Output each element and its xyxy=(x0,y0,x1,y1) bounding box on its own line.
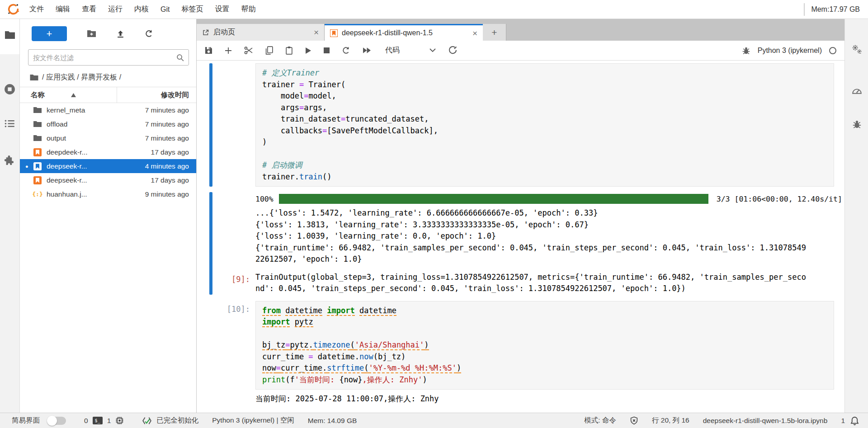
file-modified: 9 minutes ago xyxy=(121,190,189,198)
debugger-icon[interactable] xyxy=(742,46,750,55)
table-of-contents-icon[interactable] xyxy=(0,119,19,128)
code-line: curr_time = datetime.now(bj_tz) xyxy=(262,351,830,363)
output-collapser[interactable] xyxy=(209,192,212,295)
search-icon xyxy=(176,54,184,61)
cell-type-dropdown[interactable]: 代码 xyxy=(385,46,436,55)
menu-item[interactable]: 标签页 xyxy=(175,5,209,14)
cursor-position[interactable]: 行 20, 列 16 xyxy=(652,416,689,425)
menu-item[interactable]: 运行 xyxy=(102,5,128,14)
simple-ui-toggle[interactable] xyxy=(48,417,66,425)
notebook-area[interactable]: # 定义Trainertrainer = Trainer( model=mode… xyxy=(197,61,844,413)
notebook-icon xyxy=(33,162,42,170)
breadcrumb-path[interactable]: / 应用实践 / 昇腾开发板 / xyxy=(42,73,121,82)
tab-label[interactable]: 启动页 xyxy=(213,28,309,37)
tab-label[interactable]: deepseek-r1-distill-qwen-1.5 xyxy=(342,29,467,37)
bell-icon[interactable] xyxy=(850,416,859,425)
cell-trainer-output: [9]: 100% 3/3 [01:06<00:00, 12.40s/it] .… xyxy=(197,192,844,295)
file-row[interactable]: offload7 minutes ago xyxy=(20,117,196,131)
menu-item[interactable]: 帮助 xyxy=(235,5,261,14)
git-status[interactable]: 已完全初始化 xyxy=(142,416,198,425)
sessions-indicator[interactable]: 0 $_ 1 xyxy=(84,416,124,425)
cell-a-editor[interactable]: # 定义Trainertrainer = Trainer( model=mode… xyxy=(255,63,834,187)
memory-indicator-top: Mem:17.97 GB xyxy=(805,5,868,14)
property-inspector-icon[interactable] xyxy=(845,44,868,54)
sort-asc-icon[interactable] xyxy=(71,91,76,99)
file-row[interactable]: ●deepseek-r...4 minutes ago xyxy=(20,159,196,173)
progress-info: 3/3 [01:06<00:00, 12.40s/it] xyxy=(714,195,842,203)
file-name: kernel_meta xyxy=(47,106,116,114)
file-row[interactable]: deepdeek-r...17 days ago xyxy=(20,145,196,159)
code-line: print(f'当前时间: {now},操作人: Znhy') xyxy=(262,374,830,386)
file-name: offload xyxy=(47,120,116,128)
kernel-name[interactable]: Python 3 (ipykernel) xyxy=(758,47,822,55)
cell-type-value[interactable]: 代码 xyxy=(385,46,400,55)
refresh-icon[interactable] xyxy=(145,29,153,38)
code-line: args=args, xyxy=(262,102,830,114)
output-prompt: [9]: xyxy=(231,275,250,284)
file-row[interactable]: {:}huanhuan.j...9 minutes ago xyxy=(20,187,196,201)
file-filter-input[interactable] xyxy=(33,54,176,61)
extension-manager-icon[interactable] xyxy=(0,155,19,166)
copy-cell-icon[interactable] xyxy=(265,46,273,55)
tab-launcher[interactable]: 启动页 × xyxy=(197,24,325,41)
new-launcher-button[interactable]: + xyxy=(32,26,67,41)
cell-datetime-input: [10]: from datetime import datetimeimpor… xyxy=(197,301,844,390)
debugger-bug-icon[interactable] xyxy=(845,119,868,129)
file-modified: 17 days ago xyxy=(121,176,189,184)
command-mode-indicator[interactable]: 模式: 命令 xyxy=(584,416,616,425)
file-name: deepdeek-r... xyxy=(47,148,116,156)
menu-item[interactable]: Git xyxy=(155,5,175,14)
training-progress: 100% 3/3 [01:06<00:00, 12.40s/it] xyxy=(255,194,834,204)
system-monitor-gauge-icon[interactable] xyxy=(845,86,868,95)
cell-trainer-input: # 定义Trainertrainer = Trainer( model=mode… xyxy=(197,63,844,187)
code-line xyxy=(262,328,830,340)
menu-item[interactable]: 内核 xyxy=(128,5,155,14)
kernel-status-text[interactable]: Python 3 (ipykernel) | 空闲 xyxy=(212,416,294,425)
code-line: trainer = Trainer( xyxy=(262,79,830,91)
trust-shield-icon[interactable] xyxy=(630,416,638,425)
active-cell-collapser[interactable] xyxy=(209,63,212,187)
paste-cell-icon[interactable] xyxy=(285,46,293,55)
progress-bar xyxy=(279,194,708,204)
add-cell-icon[interactable] xyxy=(225,47,232,54)
right-activity-bar xyxy=(844,19,868,413)
breadcrumb[interactable]: / 应用实践 / 昇腾开发板 / xyxy=(20,67,196,87)
column-modified-header[interactable]: 修改时间 xyxy=(117,87,196,103)
sync-icon[interactable] xyxy=(448,46,458,55)
save-icon[interactable] xyxy=(205,47,212,54)
interrupt-kernel-icon[interactable] xyxy=(324,47,330,53)
output-gutter: [9]: xyxy=(197,192,255,295)
code-line: from datetime import datetime xyxy=(262,305,830,317)
print-output: 当前时间: 2025-07-28 11:00:07,操作人: Znhy xyxy=(255,393,809,405)
file-row[interactable]: kernel_meta7 minutes ago xyxy=(20,103,196,117)
kernel-chip-icon xyxy=(115,416,124,425)
status-filename[interactable]: deepseek-r1-distill-qwen-1.5b-lora.ipynb xyxy=(703,417,828,425)
close-icon[interactable]: × xyxy=(313,28,320,37)
cut-cell-icon[interactable] xyxy=(244,47,253,54)
menu-item[interactable]: 查看 xyxy=(76,5,102,14)
tab-notebook[interactable]: deepseek-r1-distill-qwen-1.5 × xyxy=(325,24,483,41)
new-tab-button[interactable]: + xyxy=(483,24,506,41)
menu-item[interactable]: 编辑 xyxy=(50,5,76,14)
folder-icon xyxy=(33,107,42,113)
restart-run-all-icon[interactable] xyxy=(363,47,371,54)
app-logo-icon xyxy=(6,3,20,16)
file-browser-icon[interactable] xyxy=(0,31,19,39)
close-icon[interactable]: × xyxy=(472,29,478,38)
column-name-header[interactable]: 名称 xyxy=(31,90,45,100)
file-row[interactable]: output7 minutes ago xyxy=(20,131,196,145)
run-cell-icon[interactable] xyxy=(305,47,311,54)
menu-item[interactable]: 设置 xyxy=(209,5,235,14)
file-filter-box[interactable] xyxy=(28,49,189,66)
file-modified: 17 days ago xyxy=(121,148,189,156)
restart-kernel-icon[interactable] xyxy=(342,46,350,55)
file-name: huanhuan.j... xyxy=(47,190,116,198)
running-sessions-icon[interactable] xyxy=(0,83,19,95)
upload-icon[interactable] xyxy=(116,29,125,38)
file-modified: 7 minutes ago xyxy=(121,120,189,128)
cell-b-editor[interactable]: from datetime import datetimeimport pytz… xyxy=(255,301,834,390)
new-folder-icon[interactable] xyxy=(87,30,96,38)
file-row[interactable]: deepseek-r...17 days ago xyxy=(20,173,196,187)
home-folder-icon[interactable] xyxy=(30,74,38,81)
menu-item[interactable]: 文件 xyxy=(24,5,50,14)
